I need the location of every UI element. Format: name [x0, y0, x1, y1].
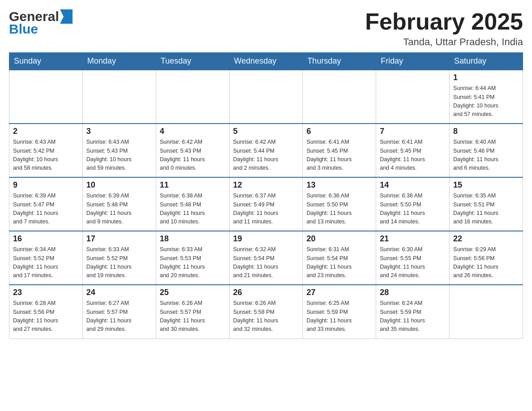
calendar-day: 3Sunrise: 6:43 AMSunset: 5:43 PMDaylight… — [82, 124, 156, 177]
day-info: Sunrise: 6:26 AMSunset: 5:58 PMDaylight:… — [233, 299, 299, 334]
day-info: Sunrise: 6:41 AMSunset: 5:45 PMDaylight:… — [306, 138, 372, 173]
calendar-day: 19Sunrise: 6:32 AMSunset: 5:54 PMDayligh… — [229, 231, 303, 285]
calendar-day: 24Sunrise: 6:27 AMSunset: 5:57 PMDayligh… — [82, 285, 156, 338]
day-info: Sunrise: 6:24 AMSunset: 5:59 PMDaylight:… — [380, 299, 446, 334]
day-info: Sunrise: 6:34 AMSunset: 5:52 PMDaylight:… — [13, 245, 79, 280]
header-tuesday: Tuesday — [156, 53, 229, 70]
day-info: Sunrise: 6:26 AMSunset: 5:57 PMDaylight:… — [160, 299, 226, 334]
day-info: Sunrise: 6:25 AMSunset: 5:59 PMDaylight:… — [306, 299, 372, 334]
month-title: February 2025 — [365, 9, 523, 34]
calendar-day — [229, 70, 303, 124]
day-number: 20 — [306, 234, 372, 244]
calendar-day: 21Sunrise: 6:30 AMSunset: 5:55 PMDayligh… — [376, 231, 450, 285]
day-info: Sunrise: 6:33 AMSunset: 5:53 PMDaylight:… — [160, 245, 226, 280]
day-number: 24 — [86, 288, 152, 297]
calendar-day — [376, 70, 450, 124]
day-info: Sunrise: 6:31 AMSunset: 5:54 PMDaylight:… — [306, 245, 372, 280]
calendar-day: 20Sunrise: 6:31 AMSunset: 5:54 PMDayligh… — [303, 231, 376, 285]
day-info: Sunrise: 6:28 AMSunset: 5:56 PMDaylight:… — [13, 299, 79, 334]
day-number: 18 — [160, 234, 226, 244]
calendar-day: 14Sunrise: 6:36 AMSunset: 5:50 PMDayligh… — [376, 177, 450, 231]
calendar-day — [156, 70, 229, 124]
day-info: Sunrise: 6:27 AMSunset: 5:57 PMDaylight:… — [86, 299, 152, 334]
calendar-day: 8Sunrise: 6:40 AMSunset: 5:46 PMDaylight… — [450, 124, 523, 177]
header-saturday: Saturday — [450, 53, 523, 70]
calendar-day: 9Sunrise: 6:39 AMSunset: 5:47 PMDaylight… — [9, 177, 83, 231]
day-number: 15 — [453, 180, 519, 190]
calendar-day: 22Sunrise: 6:29 AMSunset: 5:56 PMDayligh… — [450, 231, 523, 285]
calendar-day: 23Sunrise: 6:28 AMSunset: 5:56 PMDayligh… — [9, 285, 83, 338]
day-number: 10 — [86, 180, 152, 190]
day-number: 22 — [453, 234, 519, 244]
day-number: 25 — [160, 288, 226, 297]
calendar-header-row: Sunday Monday Tuesday Wednesday Thursday… — [9, 53, 523, 70]
day-number: 27 — [306, 288, 372, 297]
calendar-day: 7Sunrise: 6:41 AMSunset: 5:45 PMDaylight… — [376, 124, 450, 177]
logo-blue: Blue — [9, 21, 38, 36]
day-info: Sunrise: 6:44 AMSunset: 5:41 PMDaylight:… — [453, 84, 519, 119]
calendar-day: 26Sunrise: 6:26 AMSunset: 5:58 PMDayligh… — [229, 285, 303, 338]
calendar-week-4: 16Sunrise: 6:34 AMSunset: 5:52 PMDayligh… — [9, 231, 523, 285]
calendar-day: 15Sunrise: 6:35 AMSunset: 5:51 PMDayligh… — [450, 177, 523, 231]
calendar-day: 27Sunrise: 6:25 AMSunset: 5:59 PMDayligh… — [303, 285, 376, 338]
title-block: February 2025 Tanda, Uttar Pradesh, Indi… — [365, 9, 523, 48]
calendar-day: 2Sunrise: 6:43 AMSunset: 5:42 PMDaylight… — [9, 124, 83, 177]
day-number: 7 — [380, 127, 446, 136]
day-number: 17 — [86, 234, 152, 244]
day-info: Sunrise: 6:32 AMSunset: 5:54 PMDaylight:… — [233, 245, 299, 280]
calendar-day: 1Sunrise: 6:44 AMSunset: 5:41 PMDaylight… — [450, 70, 523, 124]
day-info: Sunrise: 6:42 AMSunset: 5:43 PMDaylight:… — [160, 138, 226, 173]
calendar-day: 4Sunrise: 6:42 AMSunset: 5:43 PMDaylight… — [156, 124, 229, 177]
calendar-day: 25Sunrise: 6:26 AMSunset: 5:57 PMDayligh… — [156, 285, 229, 338]
calendar-day: 16Sunrise: 6:34 AMSunset: 5:52 PMDayligh… — [9, 231, 83, 285]
day-info: Sunrise: 6:36 AMSunset: 5:50 PMDaylight:… — [380, 192, 446, 227]
day-info: Sunrise: 6:43 AMSunset: 5:42 PMDaylight:… — [13, 138, 79, 173]
day-number: 1 — [453, 73, 519, 82]
day-number: 13 — [306, 180, 372, 190]
day-number: 5 — [233, 127, 299, 136]
header-thursday: Thursday — [303, 53, 376, 70]
day-number: 14 — [380, 180, 446, 190]
day-number: 11 — [160, 180, 226, 190]
calendar-week-2: 2Sunrise: 6:43 AMSunset: 5:42 PMDaylight… — [9, 124, 523, 177]
calendar-day: 11Sunrise: 6:38 AMSunset: 5:48 PMDayligh… — [156, 177, 229, 231]
day-number: 4 — [160, 127, 226, 136]
day-info: Sunrise: 6:35 AMSunset: 5:51 PMDaylight:… — [453, 192, 519, 227]
logo-arrow-icon — [60, 9, 73, 24]
day-number: 21 — [380, 234, 446, 244]
day-number: 12 — [233, 180, 299, 190]
day-info: Sunrise: 6:37 AMSunset: 5:49 PMDaylight:… — [233, 192, 299, 227]
header-monday: Monday — [82, 53, 156, 70]
day-number: 8 — [453, 127, 519, 136]
day-number: 16 — [13, 234, 79, 244]
day-number: 9 — [13, 180, 79, 190]
day-info: Sunrise: 6:38 AMSunset: 5:48 PMDaylight:… — [160, 192, 226, 227]
calendar-day — [9, 70, 83, 124]
calendar-week-1: 1Sunrise: 6:44 AMSunset: 5:41 PMDaylight… — [9, 70, 523, 124]
calendar-day: 17Sunrise: 6:33 AMSunset: 5:52 PMDayligh… — [82, 231, 156, 285]
calendar-day: 18Sunrise: 6:33 AMSunset: 5:53 PMDayligh… — [156, 231, 229, 285]
day-info: Sunrise: 6:33 AMSunset: 5:52 PMDaylight:… — [86, 245, 152, 280]
header-wednesday: Wednesday — [229, 53, 303, 70]
calendar-table: Sunday Monday Tuesday Wednesday Thursday… — [9, 52, 523, 339]
calendar-day — [82, 70, 156, 124]
day-info: Sunrise: 6:29 AMSunset: 5:56 PMDaylight:… — [453, 245, 519, 280]
day-number: 6 — [306, 127, 372, 136]
day-info: Sunrise: 6:41 AMSunset: 5:45 PMDaylight:… — [380, 138, 446, 173]
day-info: Sunrise: 6:36 AMSunset: 5:50 PMDaylight:… — [306, 192, 372, 227]
day-number: 23 — [13, 288, 79, 297]
page-header: General Blue February 2025 Tanda, Uttar … — [9, 9, 523, 48]
day-number: 2 — [13, 127, 79, 136]
day-info: Sunrise: 6:30 AMSunset: 5:55 PMDaylight:… — [380, 245, 446, 280]
day-info: Sunrise: 6:40 AMSunset: 5:46 PMDaylight:… — [453, 138, 519, 173]
calendar-day: 13Sunrise: 6:36 AMSunset: 5:50 PMDayligh… — [303, 177, 376, 231]
calendar-day: 10Sunrise: 6:39 AMSunset: 5:48 PMDayligh… — [82, 177, 156, 231]
calendar-day — [450, 285, 523, 338]
day-info: Sunrise: 6:43 AMSunset: 5:43 PMDaylight:… — [86, 138, 152, 173]
calendar-day: 12Sunrise: 6:37 AMSunset: 5:49 PMDayligh… — [229, 177, 303, 231]
calendar-week-3: 9Sunrise: 6:39 AMSunset: 5:47 PMDaylight… — [9, 177, 523, 231]
day-info: Sunrise: 6:42 AMSunset: 5:44 PMDaylight:… — [233, 138, 299, 173]
header-sunday: Sunday — [9, 53, 83, 70]
calendar-day: 28Sunrise: 6:24 AMSunset: 5:59 PMDayligh… — [376, 285, 450, 338]
header-friday: Friday — [376, 53, 450, 70]
